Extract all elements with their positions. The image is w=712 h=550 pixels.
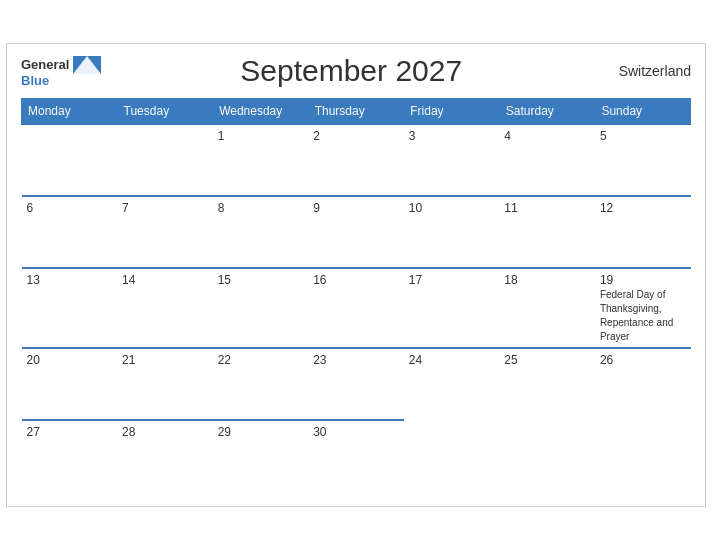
calendar-cell: 22 (213, 348, 309, 420)
calendar-cell (117, 124, 213, 196)
calendar-week-row: 13141516171819Federal Day of Thanksgivin… (22, 268, 691, 348)
calendar-cell: 17 (404, 268, 500, 348)
calendar-week-row: 20212223242526 (22, 348, 691, 420)
calendar-cell: 1 (213, 124, 309, 196)
calendar-cell: 4 (499, 124, 595, 196)
calendar-cell: 5 (595, 124, 691, 196)
day-number: 17 (409, 273, 495, 287)
calendar-cell: 28 (117, 420, 213, 492)
calendar-cell: 23 (308, 348, 404, 420)
day-number: 20 (27, 353, 113, 367)
calendar-cell: 14 (117, 268, 213, 348)
day-number: 3 (409, 129, 495, 143)
calendar-cell: 12 (595, 196, 691, 268)
calendar-cell: 24 (404, 348, 500, 420)
day-number: 16 (313, 273, 399, 287)
calendar-cell (595, 420, 691, 492)
weekday-header: Wednesday (213, 99, 309, 125)
weekday-header: Monday (22, 99, 118, 125)
day-number: 30 (313, 425, 399, 439)
logo-blue: Blue (21, 74, 49, 87)
calendar-cell: 19Federal Day of Thanksgiving, Repentanc… (595, 268, 691, 348)
event-label: Federal Day of Thanksgiving, Repentance … (600, 289, 673, 342)
day-number: 25 (504, 353, 590, 367)
calendar-week-row: 12345 (22, 124, 691, 196)
calendar-cell: 8 (213, 196, 309, 268)
calendar-week-row: 27282930 (22, 420, 691, 492)
day-number: 4 (504, 129, 590, 143)
weekday-header: Friday (404, 99, 500, 125)
calendar-cell: 26 (595, 348, 691, 420)
day-number: 24 (409, 353, 495, 367)
calendar-cell (404, 420, 500, 492)
weekday-header: Thursday (308, 99, 404, 125)
day-number: 21 (122, 353, 208, 367)
day-number: 8 (218, 201, 304, 215)
day-number: 18 (504, 273, 590, 287)
calendar-cell: 27 (22, 420, 118, 492)
day-number: 22 (218, 353, 304, 367)
day-number: 27 (27, 425, 113, 439)
weekday-header: Saturday (499, 99, 595, 125)
calendar-grid: MondayTuesdayWednesdayThursdayFridaySatu… (21, 98, 691, 492)
weekday-header: Tuesday (117, 99, 213, 125)
day-number: 26 (600, 353, 686, 367)
calendar-cell: 21 (117, 348, 213, 420)
calendar-cell: 20 (22, 348, 118, 420)
country-name: Switzerland (601, 63, 691, 79)
day-number: 19 (600, 273, 686, 287)
calendar-cell: 2 (308, 124, 404, 196)
day-number: 29 (218, 425, 304, 439)
day-number: 7 (122, 201, 208, 215)
calendar-cell: 29 (213, 420, 309, 492)
day-number: 14 (122, 273, 208, 287)
weekday-header: Sunday (595, 99, 691, 125)
calendar-cell: 6 (22, 196, 118, 268)
month-title: September 2027 (101, 54, 601, 88)
day-number: 10 (409, 201, 495, 215)
day-number: 2 (313, 129, 399, 143)
day-number: 28 (122, 425, 208, 439)
calendar-cell (22, 124, 118, 196)
logo-general: General (21, 58, 69, 71)
day-number: 13 (27, 273, 113, 287)
calendar-cell: 7 (117, 196, 213, 268)
calendar-cell: 16 (308, 268, 404, 348)
calendar-cell: 13 (22, 268, 118, 348)
day-number: 9 (313, 201, 399, 215)
logo-flag-icon (73, 56, 101, 74)
day-number: 15 (218, 273, 304, 287)
day-number: 5 (600, 129, 686, 143)
calendar-cell: 25 (499, 348, 595, 420)
calendar-cell: 9 (308, 196, 404, 268)
logo-area: General Blue (21, 56, 101, 87)
calendar-cell (499, 420, 595, 492)
calendar-cell: 3 (404, 124, 500, 196)
calendar-cell: 15 (213, 268, 309, 348)
weekday-header-row: MondayTuesdayWednesdayThursdayFridaySatu… (22, 99, 691, 125)
calendar-wrapper: General Blue September 2027 Switzerland … (6, 43, 706, 507)
day-number: 12 (600, 201, 686, 215)
day-number: 23 (313, 353, 399, 367)
calendar-cell: 11 (499, 196, 595, 268)
calendar-cell: 10 (404, 196, 500, 268)
calendar-cell: 30 (308, 420, 404, 492)
day-number: 6 (27, 201, 113, 215)
calendar-week-row: 6789101112 (22, 196, 691, 268)
calendar-cell: 18 (499, 268, 595, 348)
day-number: 11 (504, 201, 590, 215)
calendar-header: General Blue September 2027 Switzerland (21, 54, 691, 88)
day-number: 1 (218, 129, 304, 143)
